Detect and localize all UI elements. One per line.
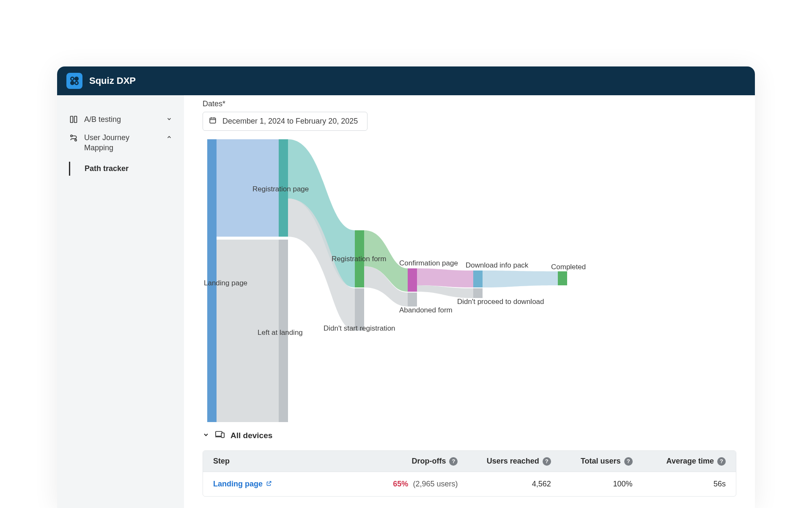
sankey-node-label: Landing page [204,279,247,287]
col-step: Step [213,457,365,466]
dropoffs-count: (2,965 users) [413,480,458,488]
devices-icon [215,431,225,440]
sankey-node-no-start-registration[interactable]: Didn't start registration [355,288,364,331]
sankey-diagram: Landing page Registration page Left at l… [203,139,592,427]
metrics-table: Step Drop-offs ? Users reached ? Total u… [203,450,736,497]
sidebar-subitem-label: Path tracker [85,164,129,173]
route-icon [69,133,78,143]
chevron-up-icon [166,134,172,141]
date-range-picker[interactable]: December 1, 2024 to February 20, 2025 [203,112,368,131]
chevron-down-icon [166,116,172,123]
sankey-node-label: Left at landing [258,329,303,337]
sankey-node-label: Confirmation page [399,259,458,268]
chevron-down-icon [203,431,209,440]
sankey-node-registration-page[interactable]: Registration page [279,139,288,237]
main-content: Dates* December 1, 2024 to February 20, … [184,95,755,508]
cell-dropoffs: 65% (2,965 users) [365,480,458,489]
svg-rect-16 [221,433,224,438]
svg-rect-10 [210,118,216,123]
svg-point-4 [71,78,73,80]
step-name: Landing page [213,480,263,489]
svg-rect-6 [71,116,73,123]
col-label: Step [213,457,230,466]
date-range-value: December 1, 2024 to February 20, 2025 [222,117,358,126]
col-total-users: Total users ? [551,457,633,466]
sidebar: A/B testing User Journey Mapping [57,95,184,508]
col-users-reached: Users reached ? [458,457,551,466]
sankey-node-label: Didn't proceed to download [457,298,544,306]
help-icon[interactable]: ? [717,457,726,466]
svg-point-1 [74,77,79,81]
step-link-landing-page[interactable]: Landing page [213,480,272,489]
cell-users-reached: 4,562 [458,480,551,489]
sankey-node-landing[interactable]: Landing page [207,139,217,422]
col-label: Average time [667,457,714,466]
svg-point-2 [70,81,74,85]
svg-point-8 [71,135,72,137]
sankey-node-label: Abandoned form [399,306,453,315]
col-label: Total users [581,457,621,466]
svg-rect-7 [74,116,77,123]
sankey-node-confirmation[interactable]: Confirmation page [408,268,417,292]
cell-total-users: 100% [551,480,633,489]
sankey-node-left-landing[interactable]: Left at landing [279,240,288,422]
sankey-node-registration-form[interactable]: Registration form [355,230,364,287]
sidebar-item-user-journey-mapping[interactable]: User Journey Mapping [65,128,176,157]
app-logo [66,73,82,89]
col-dropoffs: Drop-offs ? [365,457,458,466]
sidebar-item-label: A/B testing [84,115,160,124]
app-title: Squiz DXP [89,75,136,86]
device-filter-label: All devices [230,431,272,440]
device-filter-toggle[interactable]: All devices [203,431,736,440]
help-icon[interactable]: ? [543,457,551,466]
sankey-node-label: Registration page [252,185,309,193]
dates-label: Dates* [203,99,736,108]
sankey-node-no-download[interactable]: Didn't proceed to download [473,288,483,298]
help-icon[interactable]: ? [624,457,633,466]
sidebar-item-label: User Journey Mapping [84,133,160,153]
external-link-icon [266,480,272,489]
sankey-node-download[interactable]: Download info pack [473,271,483,287]
table-header: Step Drop-offs ? Users reached ? Total u… [203,451,736,472]
svg-point-5 [76,82,77,84]
calendar-icon [209,116,217,126]
help-icon[interactable]: ? [449,457,458,466]
squiz-logo-icon [69,76,80,86]
sankey-node-completed[interactable]: Completed [558,271,567,285]
col-avg-time: Average time ? [633,457,726,466]
sankey-node-label: Completed [551,263,586,271]
sankey-node-label: Download info pack [466,261,528,270]
app-header: Squiz DXP [57,66,755,95]
svg-point-9 [75,139,77,141]
dropoffs-pct: 65% [393,480,408,488]
compare-icon [69,115,78,124]
sidebar-subitem-path-tracker[interactable]: Path tracker [69,162,176,176]
col-label: Drop-offs [411,457,446,466]
sankey-node-abandoned-form[interactable]: Abandoned form [408,293,417,306]
table-row: Landing page 65% (2,965 users) [203,472,736,496]
cell-avg-time: 56s [633,480,726,489]
sankey-node-label: Didn't start registration [324,324,395,333]
col-label: Users reached [487,457,539,466]
sidebar-item-ab-testing[interactable]: A/B testing [65,110,176,128]
sankey-node-label: Registration form [332,255,386,263]
